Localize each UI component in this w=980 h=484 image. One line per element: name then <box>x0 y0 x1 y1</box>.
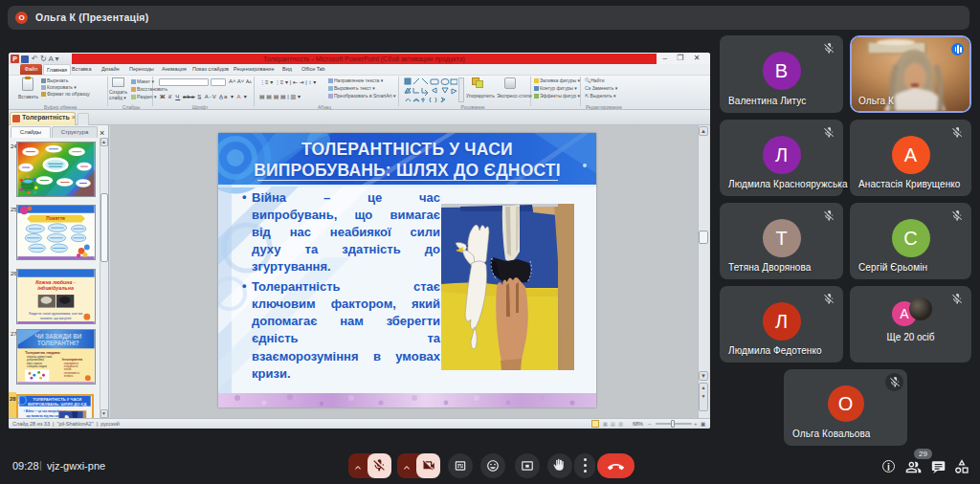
svg-text:що вимагає від нас сили: що вимагає від нас сили <box>26 414 61 418</box>
svg-text:вміє слухати: вміє слухати <box>27 362 42 365</box>
svg-text:Інтолерантна: Інтолерантна <box>62 358 83 362</box>
svg-text:зневага: зневага <box>64 375 74 378</box>
svg-text:індивідуальна: індивідуальна <box>37 285 74 291</box>
svg-text:доброзичлива: доброзичлива <box>27 358 44 362</box>
svg-text:поважає думку інших: поважає думку інших <box>27 355 53 359</box>
svg-text:нетерпимість: нетерпимість <box>64 371 80 375</box>
svg-text:Толерантна людина:: Толерантна людина: <box>25 351 60 355</box>
svg-text:ВИПРОБУВАНЬ: ШЛЯХ ДО ЄД: ВИПРОБУВАНЬ: ШЛЯХ ДО ЄД <box>28 402 86 407</box>
svg-text:Поняття: Поняття <box>46 216 65 221</box>
svg-text:егоїзм: егоїзм <box>64 367 72 371</box>
svg-text:головне, що ми різні: головне, що ми різні <box>40 317 72 320</box>
svg-text:ігнорування: ігнорування <box>64 364 78 368</box>
svg-text:нерозуміння: нерозуміння <box>64 362 79 365</box>
svg-text:ТОЛЕРАНТНІ?: ТОЛЕРАНТНІ? <box>37 340 79 346</box>
svg-text:співчуває людям: співчуває людям <box>27 364 47 368</box>
